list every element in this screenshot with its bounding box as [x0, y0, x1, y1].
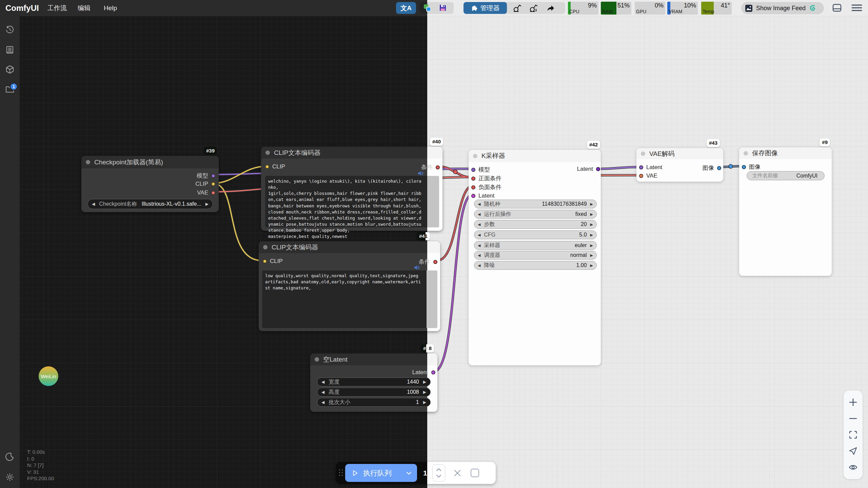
collapse-dot[interactable]	[315, 357, 319, 362]
node-checkpoint-loader[interactable]: #39 Checkpoint加载器(简易) 模型 CLIP VAE ◀ Chec…	[81, 156, 219, 212]
clean-icon[interactable]	[513, 4, 522, 13]
prev-arrow-icon[interactable]: ◀	[474, 202, 484, 206]
theme-moon-icon[interactable]	[5, 452, 14, 461]
prev-arrow-icon[interactable]: ◀	[474, 253, 484, 258]
clean-all-icon[interactable]	[529, 4, 538, 13]
next-arrow-icon[interactable]: ▶	[587, 263, 596, 268]
node-clip-text-encode-negative[interactable]: #41 CLIP文本编码器 CLIP 条件 low quality,worst …	[259, 241, 440, 331]
input-clip[interactable]: CLIP	[265, 163, 285, 170]
stop-icon[interactable]	[471, 469, 479, 477]
output-model[interactable]: 模型	[197, 172, 215, 180]
menu-help[interactable]: Help	[104, 0, 117, 16]
next-arrow-icon[interactable]: ▶	[587, 202, 596, 206]
port-dot[interactable]	[211, 182, 215, 186]
width-widget[interactable]: ◀ 宽度 1440 ▶	[317, 378, 431, 386]
node-title-bar[interactable]: CLIP文本编码器	[261, 147, 442, 159]
input-clip[interactable]: CLIP	[263, 258, 283, 265]
checkpoint-name-widget[interactable]: ◀ Checkpoint名称 Illustrious-XL-v0.1.safe.…	[87, 199, 213, 209]
step-down-icon[interactable]	[436, 474, 441, 478]
next-arrow-icon[interactable]: ▶	[587, 222, 596, 227]
next-arrow-icon[interactable]: ▶	[419, 380, 430, 384]
input-latent[interactable]: Latent	[471, 192, 494, 199]
node-save-image[interactable]: #9 保存图像 图像 文件名前缀 ComfyUI	[739, 147, 832, 276]
collapse-dot[interactable]	[86, 160, 90, 164]
port-dot[interactable]	[431, 370, 435, 374]
manager-button[interactable]: 管理器	[463, 2, 507, 14]
model-library-icon[interactable]	[5, 65, 14, 74]
clear-queue-icon[interactable]	[453, 469, 461, 477]
next-arrow-icon[interactable]: ▶	[419, 400, 430, 405]
next-arrow-icon[interactable]: ▶	[587, 253, 596, 258]
node-ksampler[interactable]: #42 K采样器 模型 正面条件 负面条件 Latent Latent ◀随机种…	[469, 150, 601, 365]
port-dot[interactable]	[433, 260, 437, 264]
settings-gear-icon[interactable]	[5, 473, 14, 482]
node-library-icon[interactable]	[5, 45, 14, 54]
fit-view-icon[interactable]	[849, 430, 857, 439]
port-dot[interactable]	[471, 177, 475, 181]
port-dot[interactable]	[263, 259, 267, 263]
next-arrow-icon[interactable]: ▶	[587, 233, 596, 237]
port-dot[interactable]	[265, 165, 269, 169]
input-positive[interactable]: 正面条件	[471, 175, 501, 182]
pointer-icon[interactable]	[849, 447, 857, 455]
seed-widget[interactable]: ◀随机种114830176381849▶	[474, 200, 597, 208]
input-negative[interactable]: 负面条件	[471, 183, 501, 191]
port-dot[interactable]	[639, 165, 643, 169]
collapse-dot[interactable]	[473, 154, 477, 158]
denoise-widget[interactable]: ◀降噪1.00▶	[474, 261, 597, 270]
input-latent[interactable]: Latent	[639, 164, 662, 171]
collapse-dot[interactable]	[263, 245, 268, 249]
filename-prefix-widget[interactable]: 文件名前缀 ComfyUI	[747, 171, 825, 180]
prev-arrow-icon[interactable]: ◀	[474, 233, 484, 237]
palette-icon[interactable]	[424, 4, 431, 12]
node-vae-decode[interactable]: #43 VAE解码 Latent VAE 图像	[636, 148, 723, 182]
menu-icon[interactable]	[851, 4, 862, 12]
output-latent[interactable]: Latent	[577, 166, 600, 172]
zoom-in-icon[interactable]	[849, 398, 857, 407]
node-title-bar[interactable]: 空Latent	[310, 353, 437, 365]
chevron-down-icon[interactable]	[406, 470, 412, 476]
prev-arrow-icon[interactable]: ◀	[474, 212, 484, 217]
collapse-dot[interactable]	[265, 150, 270, 155]
port-dot[interactable]	[471, 194, 475, 198]
prev-arrow-icon[interactable]: ◀	[474, 222, 484, 227]
next-arrow-icon[interactable]: ▶	[201, 202, 213, 206]
input-model[interactable]: 模型	[471, 166, 490, 174]
port-dot[interactable]	[471, 168, 475, 172]
port-dot[interactable]	[596, 167, 600, 171]
queue-count[interactable]: 1	[423, 462, 427, 484]
eye-icon[interactable]	[849, 463, 857, 472]
step-up-icon[interactable]	[436, 468, 441, 471]
save-icon[interactable]	[439, 4, 447, 12]
output-latent[interactable]: Latent	[412, 369, 435, 376]
node-title-bar[interactable]: 保存图像	[739, 147, 832, 159]
app-logo[interactable]: ComfyUI	[5, 0, 39, 16]
menu-edit[interactable]: 编辑	[78, 0, 91, 16]
share-icon[interactable]	[546, 4, 555, 13]
prev-arrow-icon[interactable]: ◀	[474, 243, 484, 248]
menu-workflow[interactable]: 工作流	[47, 0, 67, 16]
next-arrow-icon[interactable]: ▶	[419, 390, 430, 394]
output-image[interactable]: 图像	[703, 164, 721, 172]
node-title-bar[interactable]: Checkpoint加载器(简易)	[81, 156, 219, 168]
node-empty-latent[interactable]: #38 空Latent Latent ◀ 宽度 1440 ▶ ◀ 高度 1008…	[310, 353, 437, 412]
prev-arrow-icon[interactable]: ◀	[474, 263, 484, 268]
next-arrow-icon[interactable]: ▶	[587, 243, 596, 248]
next-arrow-icon[interactable]: ▶	[587, 212, 596, 217]
node-title-bar[interactable]: VAE解码	[636, 148, 723, 159]
history-icon[interactable]	[5, 25, 14, 34]
port-dot[interactable]	[211, 174, 215, 178]
bottom-panel-icon[interactable]	[832, 4, 842, 12]
prompt-textarea[interactable]: welchino, yanyo \(ogino atsuki\), kita \…	[265, 176, 439, 227]
prev-arrow-icon[interactable]: ◀	[88, 202, 99, 206]
port-dot[interactable]	[639, 174, 643, 178]
cfg-widget[interactable]: ◀CFG5.0▶	[474, 230, 597, 239]
prompt-textarea[interactable]: low quality,worst quality,normal quality…	[262, 270, 437, 328]
zoom-out-icon[interactable]	[849, 414, 857, 423]
translate-button[interactable]: 文A	[396, 2, 416, 14]
port-dot[interactable]	[211, 191, 215, 195]
steps-widget[interactable]: ◀步数20▶	[474, 220, 597, 229]
height-widget[interactable]: ◀ 高度 1008 ▶	[317, 388, 431, 396]
run-queue-button[interactable]: 执行队列	[345, 464, 417, 482]
collapse-dot[interactable]	[744, 151, 748, 156]
